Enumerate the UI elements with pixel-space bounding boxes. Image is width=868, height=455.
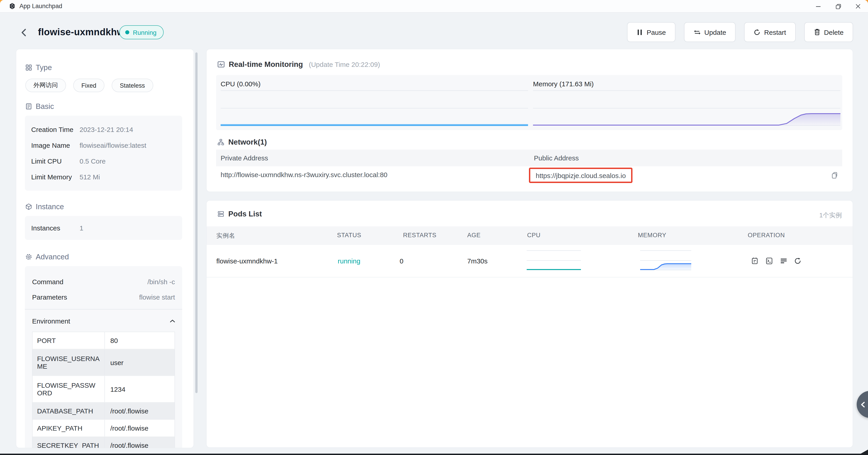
pod-cpu-sparkline [526,250,581,270]
pod-status: running [338,257,360,265]
public-address-link[interactable]: https://jbqpizje.cloud.sealos.io [536,171,626,179]
monitoring-update-time: (Update Time 20:22:09) [309,61,380,68]
env-row-password: FLOWISE_PASSWORD 1234 [33,376,175,402]
type-section-title: Type [36,63,52,72]
pod-details-icon[interactable] [751,257,758,265]
pods-table-header: 实例名 STATUS RESTARTS AGE CPU MEMORY OPERA… [207,226,852,245]
app-detail-sidebar: Type 外网访问 Fixed Stateless Basic Creation… [16,49,194,448]
restart-button[interactable]: Restart [744,22,796,42]
advanced-section-header: Advanced [25,253,182,261]
top-actions: Pause Update Restart Delete [627,22,853,42]
pods-header: Pods List [217,210,262,218]
memory-chart-area [533,90,840,126]
instance-section-title: Instance [36,202,64,211]
col-operation: OPERATION [748,232,785,238]
cpu-chart-area [221,90,528,126]
update-button[interactable]: Update [684,22,736,42]
chevron-left-icon [861,402,865,408]
pod-memory-sparkline [640,250,691,270]
document-icon [25,103,32,109]
env-row-apikey-path: APIKEY_PATH /root/.flowise [33,420,175,437]
network-icon [217,139,224,145]
desktop-corner [861,450,868,454]
drawer-toggle-button[interactable] [857,391,868,418]
network-table-row: http://flowise-uxmndkhw.ns-r3wuxiry.svc.… [216,166,842,184]
restore-button[interactable] [828,0,848,13]
col-restarts: RESTARTS [403,232,436,238]
env-row-username: FLOWISE_USERNAME user [33,349,175,376]
window-title: App Launchpad [20,3,62,9]
cpu-chart-label: CPU (0.00%) [221,80,260,88]
private-address-value: http://flowise-uxmndkhw.ns-r3wuxiry.svc.… [221,171,388,178]
pod-name: flowise-uxmndkhw-1 [216,257,278,265]
app-window: App Launchpad flowise-uxmndkhw [0,0,868,453]
tag-external-access: 外网访问 [25,78,66,92]
basic-row-creation-time: Creation Time 2023-12-21 20:14 [31,122,176,137]
pause-button[interactable]: Pause [627,22,675,42]
type-tags: 外网访问 Fixed Stateless [25,78,182,92]
pods-title: Pods List [228,210,262,218]
env-row-secretkey-path: SECRETKEY_PATH /root/.flowise [33,437,175,448]
monitor-chart-icon [217,61,225,68]
monitoring-header: Real-time Monitoring (Update Time 20:22:… [217,60,380,69]
advanced-row-command: Command /bin/sh -c [32,276,175,287]
network-table: Private Address Public Address http://fl… [216,150,842,184]
pod-terminal-icon[interactable] [765,257,773,265]
memory-chart-label: Memory (171.63 Mi) [533,80,594,88]
pods-count: 1个实例 [819,212,842,220]
pause-icon [637,29,643,35]
pod-logs-icon[interactable] [780,257,787,265]
environment-table: PORT 80 FLOWISE_USERNAME user FLOWISE_PA… [32,332,175,448]
instance-row: Instances 1 [31,220,176,236]
pod-age: 7m30s [467,257,488,265]
close-button[interactable] [848,0,868,13]
status-badge: Running [119,25,164,39]
delete-button[interactable]: Delete [804,22,853,42]
private-address-header: Private Address [221,154,534,162]
restart-icon [754,29,761,35]
instance-section-header: Instance [25,202,182,210]
update-icon [693,29,701,35]
monitoring-card: Real-time Monitoring (Update Time 20:22:… [206,49,853,192]
status-dot [125,30,129,34]
copy-icon[interactable] [831,171,839,180]
network-table-header: Private Address Public Address [216,150,842,166]
basic-section-title: Basic [36,102,54,110]
sidebar-scrollbar[interactable] [195,53,197,393]
pod-restarts: 0 [400,257,403,265]
tag-stateless: Stateless [112,78,153,92]
trash-icon [813,29,820,36]
divider [25,309,182,310]
instance-panel: Instances 1 [25,216,182,240]
env-row-database-path: DATABASE_PATH /root/.flowise [33,402,175,420]
update-label: Update [704,28,726,36]
monitoring-title: Real-time Monitoring [229,60,303,69]
env-row-port: PORT 80 [33,332,175,349]
advanced-section-title: Advanced [36,252,69,261]
gear-icon [25,253,32,260]
app-launchpad-logo-icon [8,2,16,10]
type-section-header: Type [25,63,182,71]
col-cpu: CPU [527,232,540,238]
chevron-up-icon [170,319,175,322]
network-title: Network(1) [228,138,267,147]
col-status: STATUS [337,232,361,238]
monitoring-charts-panel: CPU (0.00%) Memory (171.63 Mi) [216,75,842,130]
minimize-button[interactable] [808,0,828,13]
pause-label: Pause [647,28,666,36]
environment-collapse-header[interactable]: Environment [32,316,175,326]
public-address-highlight: https://jbqpizje.cloud.sealos.io [529,168,633,183]
basic-panel: Creation Time 2023-12-21 20:14 Image Nam… [25,116,182,191]
screen: App Launchpad flowise-uxmndkhw [0,0,868,455]
environment-title: Environment [32,317,70,325]
pods-card: Pods List 1个实例 实例名 STATUS RESTARTS AGE C… [206,200,853,448]
basic-row-limit-memory: Limit Memory 512 Mi [31,169,176,185]
back-button[interactable] [19,27,29,38]
desktop-background: App Launchpad flowise-uxmndkhw [0,0,868,455]
restart-label: Restart [764,28,786,36]
desktop-bottom-edge [0,453,868,455]
cpu-chart: CPU (0.00%) [221,75,528,130]
pod-restart-icon[interactable] [794,257,802,265]
public-address-header: Public Address [534,154,579,162]
status-text: Running [133,29,156,36]
